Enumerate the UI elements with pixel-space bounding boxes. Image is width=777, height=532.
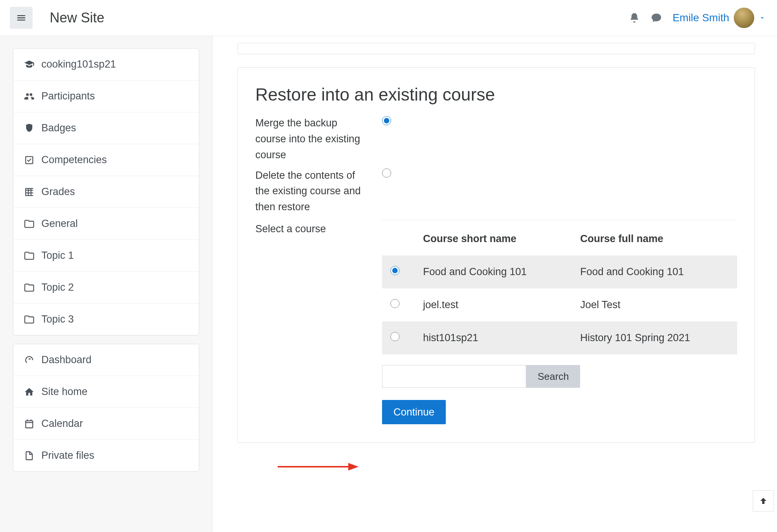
course-radio[interactable]	[390, 299, 400, 308]
sidebar-item-sitehome[interactable]: Site home	[13, 376, 199, 408]
sidebar-item-label: Topic 3	[41, 313, 74, 325]
sidebar-item-label: Topic 1	[41, 250, 74, 261]
merge-option-label: Merge the backup course into the existin…	[255, 115, 369, 163]
sidebar-item-calendar[interactable]: Calendar	[13, 408, 199, 440]
sidebar-item-label: Topic 2	[41, 282, 74, 293]
course-table: Course short name Course full name Food …	[382, 228, 737, 354]
chat-icon[interactable]	[651, 12, 662, 24]
course-full: Food and Cooking 101	[572, 255, 737, 288]
sidebar-item-competencies[interactable]: Competencies	[13, 144, 199, 176]
restore-heading: Restore into an existing course	[255, 84, 737, 105]
calendar-icon	[24, 419, 35, 429]
search-button[interactable]: Search	[526, 365, 580, 388]
shield-icon	[24, 123, 35, 134]
sidebar-item-label: Grades	[41, 186, 75, 198]
file-icon	[24, 450, 35, 461]
table-row: joel.test Joel Test	[382, 288, 737, 321]
sidebar-item-badges[interactable]: Badges	[13, 112, 199, 144]
col-full-name: Course full name	[572, 228, 737, 255]
merge-radio[interactable]	[382, 116, 391, 125]
folder-icon	[24, 219, 35, 229]
users-icon	[24, 91, 35, 102]
sidebar-item-label: Participants	[41, 90, 95, 102]
user-menu[interactable]: Emile Smith	[673, 8, 766, 28]
col-short-name: Course short name	[415, 228, 572, 255]
sidebar-item-label: cooking101sp21	[41, 58, 116, 70]
course-radio[interactable]	[390, 266, 400, 275]
course-radio[interactable]	[390, 332, 400, 341]
svg-marker-1	[348, 463, 359, 471]
sidebar-item-general[interactable]: General	[13, 208, 199, 240]
course-short: joel.test	[415, 288, 572, 321]
ghost-card	[238, 43, 755, 54]
scroll-top-button[interactable]	[753, 490, 774, 512]
main-content: Restore into an existing course Merge th…	[212, 36, 777, 532]
sidebar-item-label: Site home	[41, 386, 88, 398]
check-square-icon	[24, 155, 35, 165]
navbar: New Site Emile Smith	[0, 0, 777, 36]
sidebar-item-topic3[interactable]: Topic 3	[13, 304, 199, 335]
site-nav-block: Dashboard Site home Calendar Private fil…	[13, 344, 199, 472]
sidebar-item-label: Badges	[41, 122, 76, 134]
sidebar-item-label: Calendar	[41, 418, 83, 430]
sidebar-item-privatefiles[interactable]: Private files	[13, 440, 199, 471]
folder-icon	[24, 282, 35, 293]
table-row: hist101sp21 History 101 Spring 2021	[382, 321, 737, 354]
delete-radio[interactable]	[382, 168, 391, 178]
delete-option-label: Delete the contents of the existing cour…	[255, 168, 369, 216]
avatar	[734, 8, 754, 28]
sidebar-item-label: Dashboard	[41, 354, 91, 366]
sidebar: cooking101sp21 Participants Badges Compe…	[0, 36, 212, 532]
folder-icon	[24, 250, 35, 261]
course-full: History 101 Spring 2021	[572, 321, 737, 354]
continue-button[interactable]: Continue	[382, 400, 446, 424]
grid-icon	[24, 187, 35, 197]
sidebar-item-topic1[interactable]: Topic 1	[13, 240, 199, 272]
sidebar-item-participants[interactable]: Participants	[13, 80, 199, 112]
grad-cap-icon	[24, 59, 35, 70]
hamburger-button[interactable]	[10, 7, 33, 29]
caret-down-icon	[759, 14, 766, 21]
arrow-up-icon	[759, 496, 768, 505]
bell-icon[interactable]	[629, 12, 640, 24]
gauge-icon	[24, 355, 35, 365]
course-short: hist101sp21	[415, 321, 572, 354]
home-icon	[24, 387, 35, 397]
folder-icon	[24, 314, 35, 325]
course-short: Food and Cooking 101	[415, 255, 572, 288]
sidebar-item-dashboard[interactable]: Dashboard	[13, 344, 199, 376]
search-input[interactable]	[382, 365, 526, 388]
restore-card: Restore into an existing course Merge th…	[238, 67, 755, 443]
sidebar-item-label: Private files	[41, 450, 94, 461]
select-course-label: Select a course	[255, 220, 369, 237]
table-row: Food and Cooking 101 Food and Cooking 10…	[382, 255, 737, 288]
hamburger-icon	[16, 13, 27, 23]
course-full: Joel Test	[572, 288, 737, 321]
user-name: Emile Smith	[673, 12, 729, 24]
site-name[interactable]: New Site	[50, 10, 104, 26]
sidebar-item-course[interactable]: cooking101sp21	[13, 49, 199, 80]
sidebar-item-grades[interactable]: Grades	[13, 176, 199, 208]
sidebar-item-topic2[interactable]: Topic 2	[13, 272, 199, 304]
arrow-annotation	[277, 459, 360, 474]
sidebar-item-label: Competencies	[41, 154, 107, 166]
course-nav-block: cooking101sp21 Participants Badges Compe…	[13, 48, 199, 335]
sidebar-item-label: General	[41, 218, 78, 230]
